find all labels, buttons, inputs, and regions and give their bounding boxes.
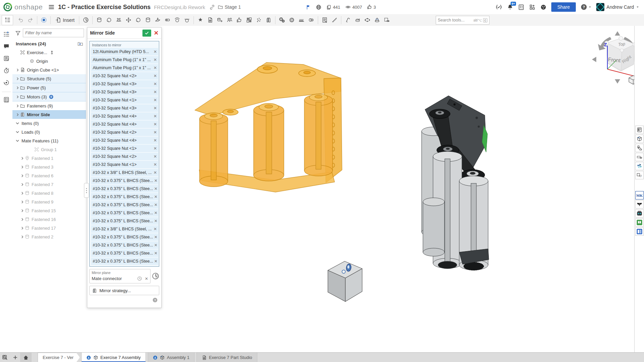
fastened-mate-button[interactable] [94,15,104,25]
mirror-instance-row[interactable]: #10-32 Square Nut <2>✕ [91,153,158,160]
mirror-instance-row[interactable]: #10-32 x 0.375" L BHCS (Stee...✕ [91,233,158,241]
checklist-icon[interactable] [1,95,11,105]
remove-instance-icon[interactable]: ✕ [153,170,157,175]
robot-icon[interactable] [635,209,644,218]
bookb-icon[interactable] [635,227,644,236]
tab-assembly-1[interactable]: Assembly 1 [148,353,195,362]
slider-mate-button[interactable] [114,15,124,25]
redo-button[interactable] [26,15,35,25]
mirror-plane-picker-icon[interactable] [152,269,159,280]
tree-item-mate-features-11[interactable]: Mate Features (11) [12,136,86,145]
mirror-instance-row[interactable]: #10-32 x 3/8" L BHCS (Steel, ...✕ [91,225,158,233]
undo-button[interactable] [16,15,26,25]
pinwheel-icon[interactable] [635,162,644,170]
remove-instance-icon[interactable]: ✕ [153,219,158,223]
panel-resize-handle[interactable] [84,183,89,198]
remove-instance-icon[interactable]: ✕ [153,243,158,247]
revolve-face-button[interactable] [353,15,362,25]
copies-stat[interactable]: 441 [326,4,340,10]
timer-icon[interactable] [1,65,11,76]
notes-icon[interactable] [1,53,11,63]
remove-instance-icon[interactable]: ✕ [153,146,157,151]
home-tab-button[interactable] [20,353,32,362]
pin-slot-mate-button[interactable] [163,15,172,25]
snapshot-button[interactable] [234,15,244,25]
insert-part-button[interactable] [205,15,215,25]
source-assembly-model[interactable] [419,94,489,272]
exploded-view-button[interactable] [254,15,264,25]
tree-item-fastened-1[interactable]: Fastened 1 [12,154,86,163]
chevron-down-icon[interactable] [15,130,20,134]
remove-instance-icon[interactable]: ✕ [153,186,158,191]
onshape-logo[interactable]: onshape [0,3,46,11]
search-tools-input[interactable]: Search tools... alt/⌥ c [436,16,489,25]
mate-connector-remove-icon[interactable]: ✕ [145,276,148,281]
tab-exercise-7-assembly[interactable]: Exercise 7 Assembly [81,353,146,362]
user-menu[interactable]: Andrew Card [596,3,639,11]
chevron-right-icon[interactable] [20,192,25,195]
mirror-tool-button[interactable] [264,15,273,25]
chevron-right-icon[interactable] [20,209,25,212]
mate-connector-value[interactable]: Mate connector [92,276,122,281]
share-link-icon[interactable] [209,4,215,10]
search-tabs-icon[interactable] [0,353,10,362]
tree-item-motors-3[interactable]: Motors (3) [12,92,86,101]
spin-icon[interactable] [1,78,11,88]
mirror-instance-row[interactable]: #10-32 Square Nut <4>✕ [91,121,158,128]
tree-item-loads-0[interactable]: Loads (0) [12,128,86,136]
tangent-cone-button[interactable] [372,15,382,25]
model-viewport[interactable]: Top Front Right Z X [86,26,635,352]
main-menu-icon[interactable] [48,4,55,10]
butterfly-icon[interactable] [635,200,644,209]
bill-of-materials-button[interactable] [320,15,330,25]
tree-item-fastened-6[interactable]: Fastened 6 [12,171,86,180]
cylindrical-mate-button[interactable] [143,15,153,25]
mirror-instance-row[interactable]: #10-32 x 0.375" L BHCS (Stee...✕ [91,209,158,217]
globe-icon[interactable] [316,4,321,10]
chevron-right-icon[interactable] [15,77,20,80]
filter-input[interactable] [23,29,84,37]
chevron-right-icon[interactable] [15,69,20,72]
remove-instance-icon[interactable]: ✕ [153,65,157,70]
cubegrid-icon[interactable] [635,135,644,143]
likes-stat[interactable]: 3 [367,4,376,10]
ball-mate-button[interactable] [172,15,182,25]
mirror-instance-row[interactable]: #10-32 x 0.375" L BHCS (Stee...✕ [91,185,158,192]
tree-item-origin[interactable]: Origin [12,57,86,65]
remove-instance-icon[interactable]: ✕ [153,130,157,135]
offset-face-button[interactable] [362,15,372,25]
mirror-instance-row[interactable]: #10-32 Square Nut <4>✕ [91,112,158,120]
remove-instance-icon[interactable]: ✕ [153,138,157,143]
tree-item-structure-5[interactable]: Structure (5) [12,74,86,83]
linear-pattern-button[interactable] [244,15,254,25]
remove-instance-icon[interactable]: ✕ [153,82,157,86]
appearance-icon[interactable] [540,4,547,10]
mirror-instance-row[interactable]: #10-32 Square Nut <2>✕ [91,72,158,80]
remove-instance-icon[interactable]: ✕ [153,202,158,207]
instance-list-toggle[interactable] [2,15,13,25]
mirror-strategy-field[interactable]: Mirror strategy... [89,286,159,295]
chevron-right-icon[interactable] [20,218,25,221]
chevron-right-icon[interactable] [20,235,25,238]
mirror-instance-row[interactable]: #10-32 Square Nut <3>✕ [91,104,158,112]
mirror-instance-row[interactable]: #10-32 Square Nut <1>✕ [91,145,158,152]
versions-icon[interactable] [496,4,502,10]
chevron-right-icon[interactable] [15,104,20,107]
chevron-right-icon[interactable] [15,86,20,89]
arm-icon[interactable] [635,144,644,152]
mirror-instance-row[interactable]: #10-32 x 0.375" L BHCS (Stee...✕ [91,201,158,209]
replicate-button[interactable] [215,15,225,25]
tree-item-fastened-2[interactable]: Fastened 2 [12,232,86,241]
xparen-icon[interactable]: x) [635,171,644,179]
tree-item-group-1[interactable]: Group 1 [12,145,86,154]
sketch-button[interactable] [196,15,205,25]
chevron-right-icon[interactable] [15,113,20,116]
remove-instance-icon[interactable]: ✕ [153,194,158,199]
remove-instance-icon[interactable]: ✕ [153,114,157,119]
tree-item-fastened-15[interactable]: Fastened 15 [12,206,86,215]
tree-item-fastened-7[interactable]: Fastened 7 [12,180,86,189]
mk-icon[interactable]: MK [635,191,644,199]
cancel-icon[interactable]: ✕ [154,30,159,36]
chevron-down-icon[interactable] [15,139,20,142]
release-tasks-icon[interactable] [518,4,524,10]
